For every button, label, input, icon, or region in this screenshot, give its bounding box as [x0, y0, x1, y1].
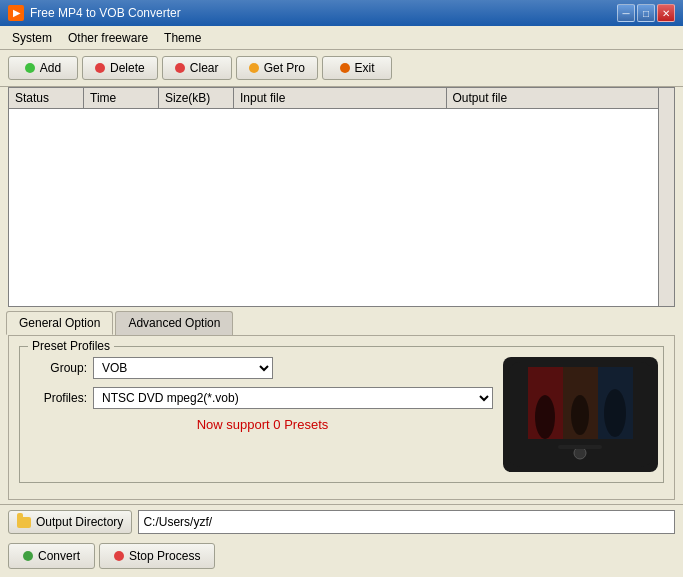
preset-main-row: Group: VOB AVI MP4 MKV Profiles: NTSC DV…: [32, 357, 651, 472]
add-icon: [25, 63, 35, 73]
col-input: Input file: [234, 88, 447, 108]
delete-button[interactable]: Delete: [82, 56, 158, 80]
action-bar: Convert Stop Process: [0, 539, 683, 577]
clear-label: Clear: [190, 61, 219, 75]
tab-advanced[interactable]: Advanced Option: [115, 311, 233, 335]
getpro-label: Get Pro: [264, 61, 305, 75]
close-button[interactable]: ✕: [657, 4, 675, 22]
group-row: Group: VOB AVI MP4 MKV: [32, 357, 493, 379]
file-table-container: Status Time Size(kB) Input file Output f…: [8, 87, 675, 307]
output-directory-button[interactable]: Output Directory: [8, 510, 132, 534]
profiles-row: Profiles: NTSC DVD mpeg2(*.vob) PAL DVD …: [32, 387, 493, 409]
exit-icon: [340, 63, 350, 73]
col-time: Time: [84, 88, 159, 108]
scrollbar[interactable]: [658, 88, 674, 306]
toolbar: Add Delete Clear Get Pro Exit: [0, 50, 683, 87]
output-path-input[interactable]: [138, 510, 675, 534]
menu-system[interactable]: System: [4, 28, 60, 48]
tab-general[interactable]: General Option: [6, 311, 113, 335]
preset-profiles-group: Preset Profiles Group: VOB AVI MP4 MKV P…: [19, 346, 664, 483]
menu-bar: System Other freeware Theme: [0, 26, 683, 50]
clear-icon: [175, 63, 185, 73]
stop-process-button[interactable]: Stop Process: [99, 543, 215, 569]
add-button[interactable]: Add: [8, 56, 78, 80]
output-directory-bar: Output Directory: [0, 504, 683, 539]
clear-button[interactable]: Clear: [162, 56, 232, 80]
stop-label: Stop Process: [129, 549, 200, 563]
main-window: System Other freeware Theme Add Delete C…: [0, 26, 683, 577]
convert-label: Convert: [38, 549, 80, 563]
svg-point-8: [604, 389, 626, 437]
profiles-select[interactable]: NTSC DVD mpeg2(*.vob) PAL DVD mpeg2(*.vo…: [93, 387, 493, 409]
convert-icon: [23, 551, 33, 561]
output-dir-label: Output Directory: [36, 515, 123, 529]
options-content: Preset Profiles Group: VOB AVI MP4 MKV P…: [8, 335, 675, 500]
profiles-label: Profiles:: [32, 391, 87, 405]
preset-controls: Group: VOB AVI MP4 MKV Profiles: NTSC DV…: [32, 357, 493, 432]
svg-rect-10: [558, 445, 602, 449]
stop-icon: [114, 551, 124, 561]
getpro-button[interactable]: Get Pro: [236, 56, 318, 80]
minimize-button[interactable]: ─: [617, 4, 635, 22]
svg-point-7: [571, 395, 589, 435]
window-title: Free MP4 to VOB Converter: [30, 6, 181, 20]
exit-button[interactable]: Exit: [322, 56, 392, 80]
convert-button[interactable]: Convert: [8, 543, 95, 569]
exit-label: Exit: [355, 61, 375, 75]
col-size: Size(kB): [159, 88, 234, 108]
delete-icon: [95, 63, 105, 73]
group-select[interactable]: VOB AVI MP4 MKV: [93, 357, 273, 379]
menu-other-freeware[interactable]: Other freeware: [60, 28, 156, 48]
col-status: Status: [9, 88, 84, 108]
delete-label: Delete: [110, 61, 145, 75]
folder-icon: [17, 517, 31, 528]
preset-legend: Preset Profiles: [28, 339, 114, 353]
tabs-row: General Option Advanced Option: [0, 307, 683, 335]
group-label: Group:: [32, 361, 87, 375]
svg-point-6: [535, 395, 555, 439]
maximize-button[interactable]: □: [637, 4, 655, 22]
title-bar: ▶ Free MP4 to VOB Converter ─ □ ✕: [0, 0, 683, 26]
device-svg: [503, 357, 658, 472]
window-controls: ─ □ ✕: [617, 4, 675, 22]
getpro-icon: [249, 63, 259, 73]
col-output: Output file: [447, 88, 659, 108]
table-body[interactable]: [9, 109, 658, 306]
add-label: Add: [40, 61, 61, 75]
support-text: Now support 0 Presets: [32, 417, 493, 432]
menu-theme[interactable]: Theme: [156, 28, 209, 48]
app-icon: ▶: [8, 5, 24, 21]
file-table: Status Time Size(kB) Input file Output f…: [9, 88, 658, 306]
device-preview: [503, 357, 658, 472]
table-header: Status Time Size(kB) Input file Output f…: [9, 88, 658, 109]
